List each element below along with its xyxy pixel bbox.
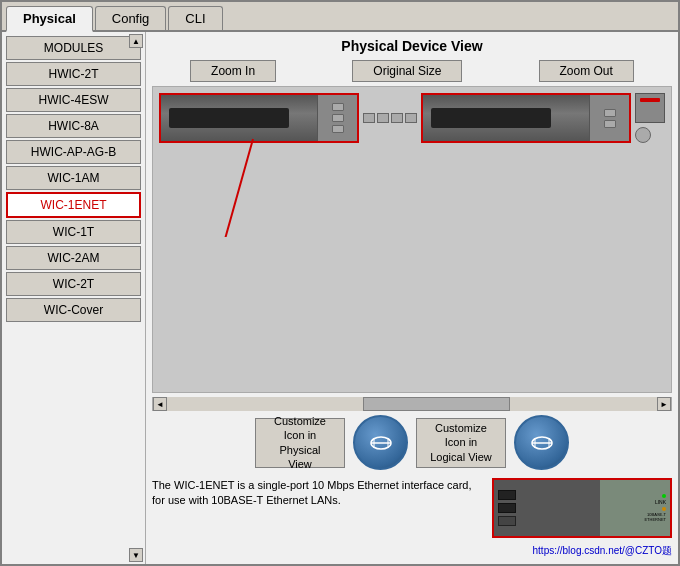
sidebar-item-wic-2am[interactable]: WIC-2AM (6, 246, 141, 270)
zoom-in-button[interactable]: Zoom In (190, 60, 276, 82)
led-tenet (662, 507, 666, 511)
customize-physical-button[interactable]: CustomizeIcon inPhysical View (255, 418, 345, 468)
scroll-up-arrow[interactable]: ▲ (129, 34, 143, 48)
wic-leds: LINK 10BASE-TETHERNET (644, 494, 666, 522)
customize-logical-button[interactable]: CustomizeIcon inLogical View (416, 418, 506, 468)
original-size-button[interactable]: Original Size (352, 60, 462, 82)
scroll-track[interactable] (167, 397, 657, 411)
power-area (635, 93, 665, 123)
customize-logical-label: CustomizeIcon inLogical View (430, 421, 492, 464)
main-window: Physical Config CLI MODULES HWIC-2T HWIC… (0, 0, 680, 566)
wic-right: LINK 10BASE-TETHERNET (600, 480, 670, 536)
router-graphic-left (161, 95, 357, 141)
wic-left (494, 480, 600, 536)
port-btn-3[interactable] (391, 113, 403, 123)
right-panel: Physical Device View Zoom In Original Si… (146, 32, 678, 564)
zoom-bar: Zoom In Original Size Zoom Out (152, 60, 672, 82)
power-button[interactable] (635, 127, 651, 143)
router-right-section-left (317, 95, 357, 141)
device-card-left (159, 93, 359, 143)
power-bar (640, 104, 660, 108)
wic-slot-3 (498, 516, 516, 526)
port-btn-1[interactable] (363, 113, 375, 123)
wic-slot-1 (498, 490, 516, 500)
scroll-left-arrow[interactable]: ◄ (153, 397, 167, 411)
sidebar-item-hwic-8a[interactable]: HWIC-8A (6, 114, 141, 138)
main-content: MODULES HWIC-2T HWIC-4ESW HWIC-8A HWIC-A… (2, 32, 678, 564)
sidebar-item-wic-1am[interactable]: WIC-1AM (6, 166, 141, 190)
sidebar-item-wic-cover[interactable]: WIC-Cover (6, 298, 141, 322)
bottom-buttons-row: CustomizeIcon inPhysical View CustomizeI… (152, 415, 672, 470)
sidebar-item-modules[interactable]: MODULES (6, 36, 141, 60)
module-sidebar: MODULES HWIC-2T HWIC-4ESW HWIC-8A HWIC-A… (2, 32, 146, 564)
customize-physical-label: CustomizeIcon inPhysical View (268, 414, 332, 471)
port-2 (332, 114, 344, 122)
sidebar-item-wic-1enet[interactable]: WIC-1ENET (6, 192, 141, 218)
wic-preview: LINK 10BASE-TETHERNET (492, 478, 672, 538)
sidebar-item-wic-1t[interactable]: WIC-1T (6, 220, 141, 244)
port-buttons (363, 113, 417, 123)
info-text: The WIC-1ENET is a single-port 10 Mbps E… (152, 478, 484, 538)
sidebar-item-wic-2t[interactable]: WIC-2T (6, 272, 141, 296)
port-m2 (604, 120, 616, 128)
wic-slot-2 (498, 503, 516, 513)
port-btn-2[interactable] (377, 113, 389, 123)
sidebar-item-hwic-4esw[interactable]: HWIC-4ESW (6, 88, 141, 112)
right-controls (635, 93, 665, 143)
cisco-icon-physical (353, 415, 408, 470)
scroll-down-arrow[interactable]: ▼ (129, 548, 143, 562)
sidebar-item-hwic-ap-ag-b[interactable]: HWIC-AP-AG-B (6, 140, 141, 164)
router-dark-bar (169, 108, 289, 128)
router-graphic-middle (423, 95, 629, 141)
panel-title: Physical Device View (152, 38, 672, 54)
wic-slots (498, 490, 516, 526)
tab-cli[interactable]: CLI (168, 6, 222, 30)
led-label-tenet: 10BASE-TETHERNET (644, 513, 666, 522)
middle-controls (363, 113, 417, 123)
port-3 (332, 125, 344, 133)
sidebar-item-hwic-2t[interactable]: HWIC-2T (6, 62, 141, 86)
svg-line-1 (213, 139, 253, 237)
footer-url: https://blog.csdn.net/@CZTO题 (152, 544, 672, 558)
device-view-wrapper: ◄ ► (152, 86, 672, 415)
port-1 (332, 103, 344, 111)
device-row (153, 87, 671, 149)
tab-bar: Physical Config CLI (2, 2, 678, 32)
zoom-out-button[interactable]: Zoom Out (539, 60, 634, 82)
tab-config[interactable]: Config (95, 6, 167, 30)
cisco-icon-logical (514, 415, 569, 470)
router-right-section-mid (589, 95, 629, 141)
router-dark-bar-mid (431, 108, 551, 128)
device-view-area (152, 86, 672, 393)
horizontal-scrollbar[interactable]: ◄ ► (152, 397, 672, 411)
wic-inner: LINK 10BASE-TETHERNET (494, 480, 670, 536)
scroll-right-arrow[interactable]: ► (657, 397, 671, 411)
scroll-thumb[interactable] (363, 397, 510, 411)
power-led (640, 98, 660, 102)
device-card-middle (421, 93, 631, 143)
port-btn-4[interactable] (405, 113, 417, 123)
led-label-link: LINK (655, 500, 666, 506)
info-area: The WIC-1ENET is a single-port 10 Mbps E… (152, 474, 672, 542)
tab-physical[interactable]: Physical (6, 6, 93, 32)
led-link (662, 494, 666, 498)
port-m1 (604, 109, 616, 117)
